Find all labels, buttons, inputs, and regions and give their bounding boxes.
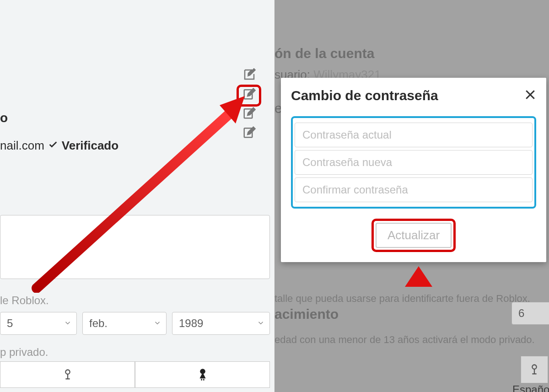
account-title-fragment: ón de la cuenta: [274, 46, 421, 61]
annotation-highlight-edit: [237, 85, 261, 107]
dob-year-value: 1989: [179, 317, 203, 330]
hint-text: le Roblox.: [0, 294, 49, 307]
chevron-down-icon: [153, 317, 161, 330]
annotation-highlight-inputs: Contraseña actual Contraseña nueva Confi…: [291, 116, 536, 209]
gender-row: [0, 361, 270, 388]
hint-text: edad con una menor de 13 años activará e…: [274, 334, 549, 346]
change-password-modal: Cambio de contraseña Contraseña actual C…: [281, 78, 546, 262]
gender-male-button[interactable]: [521, 356, 548, 383]
placeholder: Contraseña actual: [302, 129, 392, 141]
check-icon: [48, 139, 58, 153]
gender-female-button[interactable]: [135, 361, 270, 388]
email-fragment: nail.com: [0, 139, 44, 153]
dob-month-value: feb.: [89, 317, 108, 330]
dob-month-select[interactable]: feb.: [82, 312, 167, 335]
annotation-highlight-update: Actualizar: [371, 219, 456, 252]
dob-day-select[interactable]: 5: [0, 312, 77, 335]
hint-text: talle que pueda usarse para identificart…: [274, 293, 549, 305]
close-icon[interactable]: [523, 88, 537, 102]
edit-icon[interactable]: [242, 125, 256, 139]
gender-male-button[interactable]: [0, 361, 135, 388]
language-value: Español: [512, 383, 549, 392]
description-textarea[interactable]: [0, 215, 270, 279]
label-fragment: o: [0, 111, 8, 125]
verified-label: Verificado: [62, 139, 118, 153]
chevron-down-icon: [257, 317, 265, 330]
hint-text: p privado.: [0, 346, 48, 359]
modal-title: Cambio de contraseña: [291, 88, 536, 103]
birthdate-label-fragment: acimiento: [274, 306, 339, 322]
current-password-input[interactable]: Contraseña actual: [295, 123, 533, 147]
dob-row: 5 feb. 1989: [0, 312, 270, 335]
placeholder: Confirmar contraseña: [302, 183, 408, 196]
dob-day-select[interactable]: 6: [511, 302, 549, 325]
dob-day-value: 6: [518, 307, 524, 320]
new-password-input[interactable]: Contraseña nueva: [295, 150, 533, 175]
svg-point-3: [65, 370, 70, 374]
edit-icon[interactable]: [242, 106, 256, 120]
svg-point-6: [532, 365, 536, 369]
male-icon: [528, 363, 541, 376]
edit-icon[interactable]: [242, 68, 256, 81]
confirm-password-input[interactable]: Confirmar contraseña: [295, 177, 533, 202]
email-status: nail.com Verificado: [0, 139, 118, 153]
dob-year-select[interactable]: 1989: [172, 312, 270, 335]
settings-panel-left: o nail.com Verificado le Roblox. 5 feb. …: [0, 0, 274, 392]
female-icon: [196, 368, 209, 381]
dob-day-value: 5: [7, 317, 13, 330]
placeholder: Contraseña nueva: [302, 156, 392, 169]
chevron-down-icon: [64, 317, 72, 330]
update-button[interactable]: Actualizar: [376, 223, 452, 248]
male-icon: [61, 368, 74, 381]
settings-panel-right: ón de la cuenta suario: Willymay321 e ta…: [274, 0, 549, 392]
